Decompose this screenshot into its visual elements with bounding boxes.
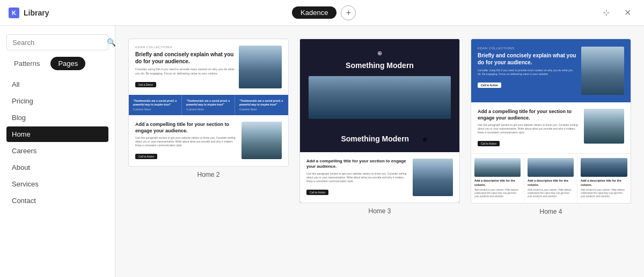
home4-grid-image-2 [581, 158, 627, 177]
search-input[interactable] [12, 39, 103, 47]
title-bar: K Library Kadence + ⊹ ✕ [0, 0, 644, 26]
sidebar-item-about[interactable]: About [6, 160, 108, 175]
home4-body: Consider using this if you need to provi… [478, 69, 577, 76]
home2-cta: Get a Demo [135, 82, 156, 87]
add-button[interactable]: + [341, 5, 356, 20]
app-logo: K [9, 8, 19, 18]
home4-section: Add a compelling title for your section … [471, 102, 631, 153]
search-icon: 🔍 [107, 38, 116, 47]
tab-patterns[interactable]: Patterns [6, 57, 47, 70]
home4-grid-title-0: Add a descriptive title for the column. [474, 179, 521, 186]
home2-section-text: Add a compelling title for your section … [135, 122, 237, 160]
testimonial-2: "Testimonials are a social proof, a powe… [235, 95, 288, 115]
testimonial-0: "Testimonials are a social proof, a powe… [129, 95, 182, 115]
home2-section-image [241, 122, 282, 159]
sidebar-item-all[interactable]: All [6, 77, 108, 92]
home4-kicker: KDAN COLLECTIONS [478, 47, 577, 50]
testimonial-text-0: "Testimonials are a social proof, a powe… [133, 99, 177, 107]
home3-hero-image [309, 76, 451, 119]
testimonial-author-0: Customer Name [133, 108, 177, 111]
home3-top: ⊕ Something Modern [300, 39, 459, 134]
card-home2[interactable]: KDAN COLLECTIONS Briefly and concisely e… [128, 39, 289, 167]
home2-section: Add a compelling title for your section … [129, 115, 288, 166]
home4-hero-image [581, 47, 624, 95]
close-button[interactable]: ✕ [620, 5, 635, 20]
title-bar-center: Kadence + [292, 5, 356, 20]
testimonial-author-2: Customer Name [239, 108, 284, 111]
sidebar-item-careers[interactable]: Careers [6, 143, 108, 159]
card-home3[interactable]: ⊕ Something Modern Something Modern ⊕ Ad… [299, 39, 460, 203]
testimonial-text-1: "Testimonials are a social proof, a powe… [186, 99, 230, 107]
card-label-home3: Home 3 [368, 207, 391, 215]
home2-section-title: Add a compelling title for your section … [135, 122, 237, 134]
home3-top-title: Something Modern [309, 61, 451, 70]
home3-section-image [413, 159, 453, 196]
testimonial-text-2: "Testimonials are a social proof, a powe… [239, 99, 284, 107]
testimonial-1: "Testimonials are a social proof, a powe… [182, 95, 235, 115]
home3-section-body: Use this paragraph section to get your w… [306, 172, 408, 183]
sidebar-item-contact[interactable]: Contact [6, 193, 108, 208]
home2-kicker: KDAN COLLECTIONS [135, 46, 235, 49]
home2-hero: KDAN COLLECTIONS Briefly and concisely e… [129, 39, 288, 95]
kadence-badge[interactable]: Kadence [292, 6, 336, 19]
home2-section-body: Use this paragraph section to get your w… [135, 136, 237, 147]
home3-bottom-title: Something Modern [332, 134, 418, 149]
home3-bottom-title-area: Something Modern ⊕ [300, 134, 459, 152]
home4-grid-image-1 [528, 158, 574, 177]
title-bar-left: K Library [9, 8, 49, 18]
home4-grid-body-2: Add content to your column. Help visitor… [581, 189, 627, 199]
cards-grid: KDAN COLLECTIONS Briefly and concisely e… [128, 39, 631, 215]
home4-section-body: Use this paragraph section to get your w… [478, 123, 580, 134]
card-home4[interactable]: KDAN COLLECTIONS Briefly and concisely e… [471, 39, 631, 204]
home4-grid-cell-0: Add a descriptive title for the column. … [471, 154, 524, 203]
sidebar-item-home[interactable]: Home [6, 126, 108, 142]
home3-arrow-icon: ⊕ [422, 136, 427, 143]
tab-row: Patterns Pages [6, 57, 108, 70]
home2-title: Briefly and concisely explain what you d… [135, 51, 235, 65]
home3-section-title: Add a compelling title for your section … [306, 159, 408, 170]
home2-body: Consider using this if you need to provi… [135, 68, 235, 76]
card-label-home4: Home 4 [539, 208, 562, 215]
home4-cta: Call to Action [478, 83, 501, 88]
nav-list: All Pricing Blog Home Careers About Serv… [6, 77, 108, 208]
home2-testimonials: "Testimonials are a social proof, a powe… [129, 95, 288, 115]
home2-section-cta: Call to Action [135, 154, 157, 159]
home2-hero-text: KDAN COLLECTIONS Briefly and concisely e… [135, 46, 235, 88]
home4-section-image [584, 109, 624, 144]
home2-hero-image [239, 46, 282, 88]
content-area: KDAN COLLECTIONS Briefly and concisely e… [115, 26, 644, 277]
home3-cta: Call to Action [306, 190, 328, 195]
home4-hero: KDAN COLLECTIONS Briefly and concisely e… [471, 39, 631, 102]
sidebar: 🔍 Patterns Pages All Pricing Blog Home C… [0, 26, 115, 277]
home4-title: Briefly and concisely explain what you d… [478, 52, 577, 66]
sidebar-item-pricing[interactable]: Pricing [6, 93, 108, 109]
card-label-home2: Home 2 [197, 171, 219, 178]
card-wrapper-home4: KDAN COLLECTIONS Briefly and concisely e… [471, 39, 631, 215]
search-bar[interactable]: 🔍 [6, 34, 108, 50]
home3-section: Add a compelling title for your section … [300, 152, 459, 203]
sidebar-item-services[interactable]: Services [6, 176, 108, 192]
main-layout: 🔍 Patterns Pages All Pricing Blog Home C… [0, 26, 644, 277]
home4-grid-body-0: Add content to your column. Help visitor… [474, 189, 521, 199]
tab-pages[interactable]: Pages [50, 57, 85, 70]
home4-section-title: Add a compelling title for your section … [478, 109, 580, 121]
home3-play-icon: ⊕ [309, 50, 451, 57]
home4-section-cta: Call to Action [478, 141, 500, 146]
home4-grid-image-0 [474, 158, 521, 177]
home4-grid-body-1: Add content to your column. Help visitor… [528, 189, 574, 199]
crosshair-button[interactable]: ⊹ [599, 5, 614, 20]
testimonial-author-1: Customer Name [186, 108, 230, 111]
title-bar-right: ⊹ ✕ [599, 5, 635, 20]
home4-grid-title-2: Add a descriptive title for the column. [581, 179, 627, 186]
home4-grid-cell-1: Add a descriptive title for the column. … [524, 154, 577, 203]
home4-grid-cell-2: Add a descriptive title for the column. … [577, 154, 631, 203]
home4-hero-text: KDAN COLLECTIONS Briefly and concisely e… [478, 47, 577, 88]
home4-grid-title-1: Add a descriptive title for the column. [528, 179, 574, 186]
card-wrapper-home2: KDAN COLLECTIONS Briefly and concisely e… [128, 39, 289, 215]
home4-section-text: Add a compelling title for your section … [478, 109, 580, 147]
home4-grid: Add a descriptive title for the column. … [471, 153, 631, 203]
app-title: Library [24, 9, 49, 17]
card-wrapper-home3: ⊕ Something Modern Something Modern ⊕ Ad… [299, 39, 460, 215]
sidebar-item-blog[interactable]: Blog [6, 110, 108, 125]
home3-section-text: Add a compelling title for your section … [306, 159, 408, 196]
